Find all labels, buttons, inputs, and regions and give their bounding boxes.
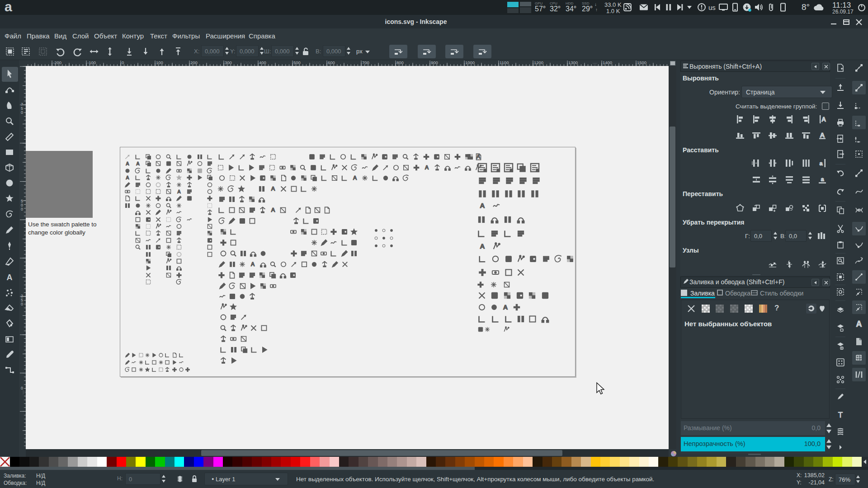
svg-text:a: a <box>821 176 824 183</box>
svg-text:T: T <box>838 411 843 419</box>
svg-text:A: A <box>821 116 826 123</box>
svg-text:A: A <box>820 131 825 139</box>
svg-text:a: a <box>819 160 823 167</box>
svg-text:A: A <box>856 319 862 328</box>
